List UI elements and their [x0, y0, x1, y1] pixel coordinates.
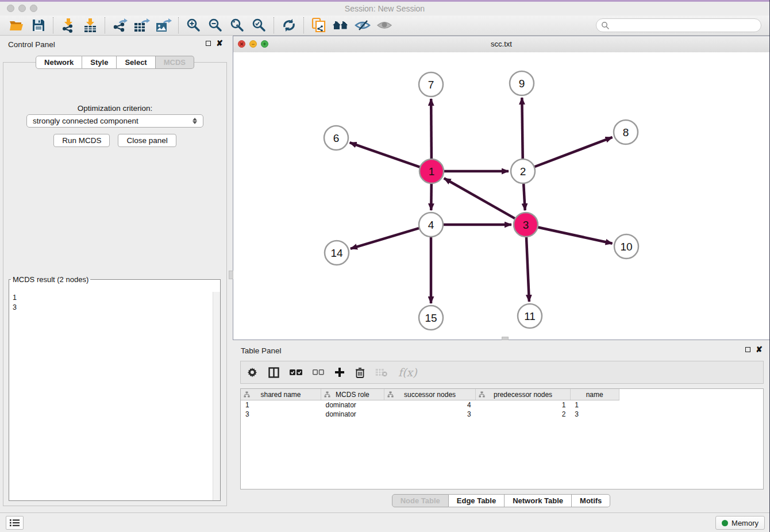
cytoscape-app: Session: New Session — [0, 0, 770, 532]
mcds-result-item: 1 — [13, 293, 209, 303]
close-panel-icon[interactable]: ✘ — [216, 40, 223, 47]
apply-layout-icon[interactable] — [278, 17, 300, 34]
node-table-grid: shared name MCDS role successor nodes — [241, 389, 763, 419]
zoom-fit-icon[interactable] — [226, 17, 248, 34]
float-panel-icon[interactable] — [206, 41, 211, 46]
destroy-table-icon — [375, 364, 388, 380]
graph-node-label-2: 2 — [520, 165, 526, 178]
control-panel: Control Panel ✘ Network Style Select MCD… — [0, 36, 230, 513]
control-panel-title: Control Panel — [8, 40, 55, 49]
col-predecessor-nodes[interactable]: predecessor nodes — [476, 389, 571, 400]
network-view-window: ✕ − + scc.txt 7968124314101511 — [233, 36, 770, 340]
open-ndex-icon[interactable] — [308, 17, 330, 34]
table-settings-icon[interactable] — [247, 364, 258, 380]
graph-edge-4-14[interactable] — [351, 228, 421, 248]
column-type-icon — [244, 391, 250, 398]
network-titlebar[interactable]: ✕ − + scc.txt — [233, 36, 769, 53]
tab-motifs[interactable]: Motifs — [572, 494, 610, 507]
graph-edge-1-4[interactable] — [431, 182, 432, 210]
table-panel-header: Table Panel ✘ — [233, 342, 769, 359]
network-canvas[interactable]: 7968124314101511 — [233, 52, 769, 340]
zoom-in-icon[interactable] — [183, 17, 205, 34]
task-history-button[interactable] — [6, 516, 24, 530]
toolbar-separator — [178, 17, 179, 33]
result-scrollbar[interactable] — [213, 292, 220, 500]
show-columns-icon[interactable] — [268, 364, 279, 380]
search-icon — [601, 21, 610, 30]
table-toolbar: f(x) — [240, 361, 764, 384]
graph-edge-2-8[interactable] — [533, 137, 613, 167]
open-file-icon[interactable] — [6, 17, 28, 34]
graph-edge-2-3[interactable] — [523, 182, 525, 210]
status-bar: Memory — [0, 512, 769, 532]
float-table-panel-icon[interactable] — [745, 347, 750, 352]
mcds-result-list[interactable]: 1 3 — [9, 292, 213, 500]
zoom-selected-icon[interactable] — [248, 17, 270, 34]
deselect-all-columns-icon[interactable] — [313, 364, 324, 380]
main-toolbar — [0, 16, 769, 36]
graph-node-label-4: 4 — [428, 219, 434, 231]
graph-edge-3-1[interactable] — [444, 178, 517, 219]
table-row[interactable]: 1 dominator 4 1 1 — [241, 400, 763, 410]
criterion-select[interactable]: strongly connected component — [26, 114, 203, 128]
table-row[interactable]: 3 dominator 3 2 3 — [241, 410, 763, 419]
close-panel-button[interactable]: Close panel — [118, 134, 176, 147]
memory-button[interactable]: Memory — [715, 516, 765, 530]
control-panel-header: Control Panel ✘ — [0, 36, 230, 53]
tab-node-table[interactable]: Node Table — [392, 494, 449, 507]
graph-edge-1-7[interactable] — [431, 99, 432, 160]
tab-network[interactable]: Network — [36, 56, 82, 69]
graph-node-label-11: 11 — [524, 310, 536, 322]
mcds-panel: Optimization criterion: strongly connect… — [3, 62, 227, 506]
graph-node-label-15: 15 — [425, 312, 437, 324]
reset-home-icon[interactable] — [330, 17, 352, 34]
zoom-out-icon[interactable] — [205, 17, 226, 34]
graph-node-label-3: 3 — [523, 219, 529, 231]
tab-edge-table[interactable]: Edge Table — [449, 494, 505, 507]
graph-node-label-8: 8 — [623, 126, 629, 138]
tab-select[interactable]: Select — [117, 56, 155, 69]
mcds-result-title: MCDS result (2 nodes) — [11, 275, 90, 284]
table-header-row: shared name MCDS role successor nodes — [241, 389, 763, 400]
network-resize-grip[interactable] — [502, 337, 509, 340]
column-type-icon — [387, 391, 394, 398]
toolbar-separator — [53, 17, 54, 33]
tab-style[interactable]: Style — [82, 56, 117, 69]
graph-node-label-14: 14 — [330, 247, 343, 259]
graph-edge-3-10[interactable] — [537, 227, 613, 244]
panel-splitter-grip[interactable] — [229, 271, 233, 279]
col-mcds-role[interactable]: MCDS role — [321, 389, 384, 400]
toolbar-separator — [303, 17, 305, 33]
col-shared-name[interactable]: shared name — [241, 389, 321, 400]
run-mcds-button[interactable]: Run MCDS — [53, 134, 110, 147]
show-panels-eye-icon[interactable] — [374, 17, 395, 34]
select-stepper-icon — [192, 118, 197, 124]
memory-status-icon — [722, 520, 728, 526]
select-all-columns-icon[interactable] — [290, 364, 302, 380]
graph-edge-3-11[interactable] — [526, 236, 529, 302]
save-session-icon[interactable] — [28, 17, 49, 34]
add-column-icon[interactable] — [334, 364, 345, 380]
graph-edge-2-9[interactable] — [522, 98, 522, 160]
col-name[interactable]: name — [570, 389, 619, 400]
hide-panels-eye-icon[interactable] — [352, 17, 374, 34]
graph-node-label-9: 9 — [519, 78, 525, 90]
memory-label: Memory — [732, 519, 759, 527]
delete-columns-icon[interactable] — [355, 364, 365, 380]
tab-network-table[interactable]: Network Table — [505, 494, 572, 507]
export-image-icon[interactable] — [153, 17, 175, 34]
graph-node-label-6: 6 — [333, 132, 340, 144]
export-table-icon[interactable] — [131, 17, 153, 34]
import-table-icon[interactable] — [79, 17, 101, 34]
column-type-icon — [324, 391, 330, 398]
close-table-panel-icon[interactable]: ✘ — [756, 346, 763, 353]
search-input[interactable] — [610, 21, 756, 30]
search-box — [596, 18, 761, 32]
node-table[interactable]: shared name MCDS role successor nodes — [240, 388, 764, 489]
network-graph[interactable]: 7968124314101511 — [233, 52, 769, 340]
col-successor-nodes[interactable]: successor nodes — [384, 389, 476, 400]
export-network-icon[interactable] — [109, 17, 131, 34]
graph-edge-1-6[interactable] — [350, 142, 421, 167]
tab-mcds[interactable]: MCDS — [156, 56, 194, 69]
import-network-icon[interactable] — [57, 17, 79, 34]
